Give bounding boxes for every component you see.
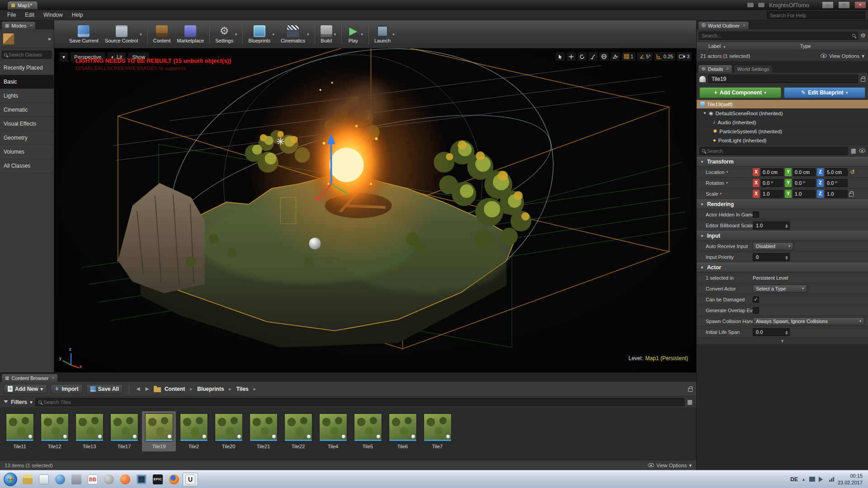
asset-tile[interactable]: Tile2 [177, 411, 211, 451]
mode-item-recently-placed[interactable]: Recently Placed [0, 61, 54, 75]
level-document-tab[interactable]: Map1* [7, 1, 38, 9]
epic-launcher-icon[interactable]: EPIC [150, 473, 165, 486]
language-indicator[interactable]: DE [790, 476, 798, 483]
clock[interactable]: 00:15 23.02.2017 [838, 473, 863, 486]
asset-tile[interactable]: Tile12 [38, 411, 71, 451]
network-tray-icon[interactable] [829, 477, 834, 482]
firefox-icon[interactable] [166, 473, 182, 486]
spawn-collision-dropdown[interactable]: Always Spawn, Ignore Collisions▾ [753, 317, 864, 325]
asset-thumbnail[interactable] [319, 413, 347, 441]
launch-button[interactable]: Launch ▾ [371, 23, 398, 45]
view-settings-icon[interactable]: ▦ [687, 399, 693, 405]
details-search[interactable] [699, 147, 848, 155]
edit-blueprint-button[interactable]: ✎ Edit Blueprint ▾ [784, 87, 866, 98]
chat-icon[interactable] [747, 3, 754, 7]
outliner-view-options-button[interactable]: View Options ▾ [821, 53, 864, 59]
convert-actor-dropdown[interactable]: Select a Type▾ [753, 285, 807, 293]
modes-tab-close-icon[interactable]: × [29, 23, 32, 28]
add-new-button[interactable]: + Add New ▾ [4, 384, 47, 394]
asset-thumbnail[interactable] [75, 413, 104, 441]
content-browser-tab[interactable]: ▦ Content Browser × [1, 374, 58, 382]
chevron-down-icon[interactable]: ▾ [30, 399, 33, 405]
eye-icon[interactable] [859, 149, 865, 153]
asset-thumbnail[interactable] [110, 413, 138, 441]
asset-thumbnail[interactable] [180, 413, 208, 441]
world-local-toggle[interactable] [599, 52, 609, 61]
place-mode-icon[interactable] [3, 33, 14, 45]
notification-icon[interactable] [758, 3, 764, 7]
property-matrix-icon[interactable]: ▦ [851, 148, 856, 154]
cb-view-options-button[interactable]: View Options ▾ [648, 462, 692, 469]
rotation-y-field[interactable]: 0.0 ° [793, 179, 816, 187]
filter-funnel-icon[interactable] [4, 400, 8, 405]
app-window-icon[interactable] [36, 473, 52, 486]
tree-expander-icon[interactable]: ▼ [703, 111, 707, 115]
breadcrumb-blueprints[interactable]: Blueprints [197, 386, 224, 392]
asset-thumbnail[interactable] [424, 413, 452, 441]
asset-tile[interactable]: Tile4 [316, 411, 350, 451]
start-button[interactable] [4, 473, 17, 486]
mode-item-visual-effects[interactable]: Visual Effects [0, 117, 54, 131]
content-browser-close-icon[interactable]: × [52, 375, 54, 380]
mode-item-geometry[interactable]: Geometry [0, 131, 54, 145]
section-rendering[interactable]: ▼ Rendering [697, 199, 868, 209]
blueprints-button[interactable]: Blueprints ▾ [245, 23, 277, 45]
content-button[interactable]: Content [150, 23, 174, 45]
marketplace-button[interactable]: Marketplace [174, 23, 207, 45]
location-label[interactable]: Location▾ [706, 169, 753, 175]
grid-snap-button[interactable]: 1 [622, 52, 636, 61]
asset-tile[interactable]: Tile5 [351, 411, 385, 451]
asset-tile[interactable]: Tile6 [386, 411, 420, 451]
scale-y-field[interactable]: 1.0 [793, 190, 816, 198]
source-control-button[interactable]: Source Control ▾ [102, 23, 145, 45]
camera-speed-button[interactable]: 3 [677, 52, 692, 61]
asset-thumbnail[interactable] [354, 413, 382, 441]
initial-life-span-field[interactable]: 0.0 [753, 328, 790, 336]
breadcrumb-content[interactable]: Content [165, 386, 185, 392]
build-button[interactable]: Build ▾ [317, 23, 340, 45]
details-search-input[interactable] [707, 148, 845, 154]
explorer-icon[interactable] [20, 473, 35, 486]
asset-thumbnail[interactable] [284, 413, 312, 441]
filters-button[interactable]: Filters [11, 399, 27, 405]
minimize-button[interactable]: – [822, 1, 834, 9]
world-outliner-close-icon[interactable]: × [743, 23, 745, 28]
scale-x-field[interactable]: 1.0 [761, 190, 783, 198]
scale-z-field[interactable]: 1.0 [825, 190, 848, 198]
display-tray-icon[interactable] [809, 477, 815, 482]
breadcrumb-tiles[interactable]: Tiles [236, 386, 249, 392]
asset-thumbnail[interactable] [6, 413, 34, 441]
section-actor[interactable]: ▼ Actor [697, 263, 868, 272]
outliner-column-type[interactable]: Type [800, 43, 868, 49]
scale-snap-button[interactable]: 0.25 [654, 52, 675, 61]
details-tab[interactable]: ⚙ Details × [698, 65, 732, 73]
location-x-field[interactable]: 0.0 cm [761, 168, 783, 176]
section-transform[interactable]: ▼ Transform [697, 157, 868, 167]
help-search-input[interactable] [767, 11, 865, 19]
section-input[interactable]: ▼ Input [697, 231, 868, 241]
component-row-self[interactable]: Tile19(self) [697, 100, 868, 109]
rotation-label[interactable]: Rotation▾ [706, 180, 753, 186]
scale-label[interactable]: Scale▾ [706, 191, 753, 197]
asset-tile[interactable]: Tile7 [420, 411, 454, 451]
gimp-icon[interactable] [101, 473, 117, 486]
component-row-particle[interactable]: ✱ ParticleSystem6 (Inherited) [697, 127, 868, 136]
asset-thumbnail[interactable] [145, 413, 173, 441]
asset-tile[interactable]: Tile21 [246, 411, 280, 451]
details-tab-close-icon[interactable]: × [726, 66, 729, 71]
level-viewport[interactable]: ▾ Perspective ◐Lit Show [54, 48, 696, 372]
back-button[interactable]: ◀ [135, 386, 141, 392]
component-row-audio[interactable]: ♪ Audio (Inherited) [697, 118, 868, 127]
rotate-tool-button[interactable] [577, 52, 587, 61]
asset-tile[interactable]: Tile11 [3, 411, 37, 451]
restore-button[interactable]: □ [838, 1, 850, 9]
hidden-icons-button[interactable]: ▲ [802, 477, 806, 482]
mode-item-all-classes[interactable]: All Classes [0, 159, 54, 173]
chevron-down-icon[interactable]: ▾ [361, 32, 363, 37]
chevron-down-icon[interactable]: ▾ [272, 32, 274, 37]
outliner-search-input[interactable] [702, 33, 850, 38]
mode-item-basic[interactable]: Basic [0, 75, 54, 89]
settings-button[interactable]: ⚙Settings ▾ [212, 23, 240, 45]
menu-help[interactable]: Help [67, 10, 88, 19]
asset-thumbnail[interactable] [250, 413, 278, 441]
